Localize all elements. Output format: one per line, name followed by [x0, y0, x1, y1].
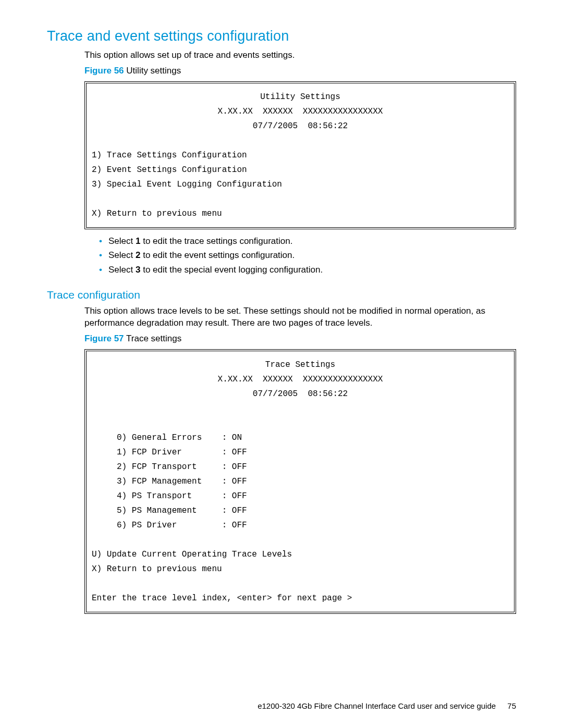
instruction-bullets-1: Select 1 to edit the trace settings conf…: [99, 235, 516, 277]
figure-caption-text: Utility settings: [126, 66, 181, 76]
intro-paragraph-2: This option allows trace levels to be se…: [84, 305, 516, 329]
figure-57-label: Figure 57 Trace settings: [84, 334, 516, 344]
figure-56-label: Figure 56 Utility settings: [84, 66, 516, 76]
intro-paragraph-1: This option allows set up of trace and e…: [84, 50, 516, 61]
terminal-update: U) Update Current Operating Trace Levels: [92, 550, 292, 559]
terminal-trace-settings: Trace SettingsX.XX.XX XXXXXX XXXXXXXXXXX…: [84, 349, 516, 614]
trace-item-4: 4) PS Transport : OFF: [92, 491, 247, 501]
trace-item-0: 0) General Errors : ON: [92, 433, 242, 442]
terminal-date: 07/7/2005 08:56:22: [92, 387, 509, 401]
terminal-title: Trace Settings: [92, 357, 509, 372]
terminal-option-2: 2) Event Settings Configuration: [92, 165, 247, 175]
section-heading: Trace and event settings configuration: [47, 28, 516, 44]
terminal-return: X) Return to previous menu: [92, 564, 222, 574]
terminal-option-1: 1) Trace Settings Configuration: [92, 151, 247, 160]
page-footer: e1200-320 4Gb Fibre Channel Interface Ca…: [258, 701, 516, 710]
figure-number: Figure 57: [84, 334, 124, 343]
terminal-version: X.XX.XX XXXXXX XXXXXXXXXXXXXXXX: [92, 104, 509, 119]
trace-item-6: 6) PS Driver : OFF: [92, 521, 247, 530]
figure-caption-text: Trace settings: [126, 334, 181, 343]
bullet-item: Select 3 to edit the special event loggi…: [99, 263, 516, 277]
trace-item-5: 5) PS Management : OFF: [92, 506, 247, 515]
terminal-date: 07/7/2005 08:56:22: [92, 119, 509, 133]
terminal-utility-settings: Utility SettingsX.XX.XX XXXXXX XXXXXXXXX…: [84, 81, 516, 229]
terminal-title: Utility Settings: [92, 90, 509, 104]
bullet-item: Select 1 to edit the trace settings conf…: [99, 235, 516, 248]
terminal-return: X) Return to previous menu: [92, 209, 222, 218]
footer-page-number: 75: [507, 701, 516, 710]
trace-item-3: 3) FCP Management : OFF: [92, 477, 247, 486]
footer-doc-title: e1200-320 4Gb Fibre Channel Interface Ca…: [258, 701, 496, 710]
trace-item-2: 2) FCP Transport : OFF: [92, 462, 247, 472]
figure-number: Figure 56: [84, 66, 124, 76]
trace-item-1: 1) FCP Driver : OFF: [92, 448, 247, 457]
terminal-version: X.XX.XX XXXXXX XXXXXXXXXXXXXXXX: [92, 372, 509, 387]
bullet-item: Select 2 to edit the event settings conf…: [99, 249, 516, 262]
document-page: Trace and event settings configuration T…: [0, 0, 563, 640]
subsection-heading: Trace configuration: [47, 289, 516, 301]
terminal-option-3: 3) Special Event Logging Configuration: [92, 180, 282, 189]
terminal-prompt: Enter the trace level index, <enter> for…: [92, 594, 352, 603]
